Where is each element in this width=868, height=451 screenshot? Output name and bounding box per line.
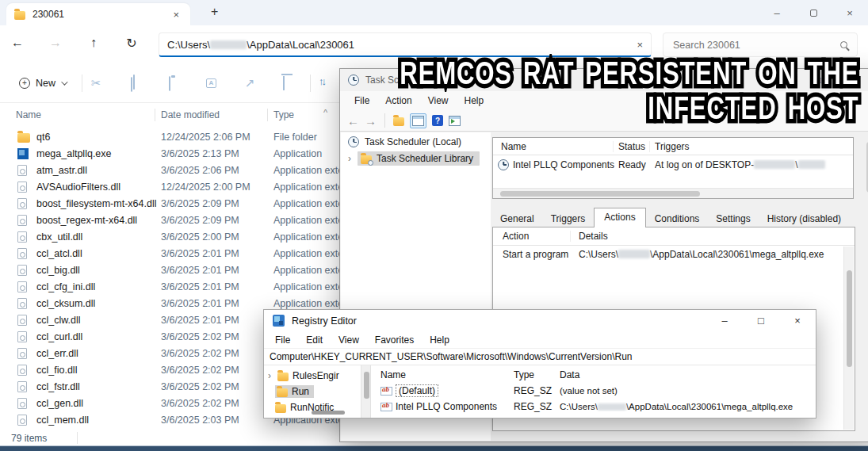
file-type-icon [17, 182, 27, 193]
forward-icon[interactable]: → [365, 114, 377, 128]
column-header-name[interactable]: Name [501, 141, 618, 152]
column-header-type[interactable]: Type [514, 369, 560, 380]
vertical-scrollbar[interactable] [843, 247, 854, 430]
value-row-intel-pllq[interactable]: Intel PLLQ Components REG_SZ C:\Users\\A… [371, 399, 816, 415]
address-bar[interactable]: C:\Users\\AppData\Local\230061 × [159, 32, 652, 57]
search-icon [840, 41, 847, 48]
tree-item-run[interactable]: Run [264, 384, 361, 399]
paste-button[interactable] [169, 78, 170, 90]
tab[interactable]: General [492, 212, 542, 227]
scrollbar-thumb[interactable] [312, 411, 345, 415]
registry-title-bar[interactable]: Registry Editor – □ × [264, 310, 816, 331]
up-button[interactable]: ↑ [82, 36, 105, 50]
scrollbar-thumb[interactable] [500, 191, 700, 197]
back-icon[interactable]: ← [347, 114, 359, 128]
menu-item[interactable]: Edit [298, 333, 331, 347]
menu-item[interactable]: Action [377, 93, 419, 109]
key-name: Run [292, 386, 309, 397]
file-name: ccl_fstr.dll [36, 381, 161, 392]
console-tree-toggle[interactable] [410, 113, 426, 128]
file-icon [17, 365, 36, 376]
delete-button[interactable] [283, 77, 285, 89]
expand-chevron-icon[interactable]: › [348, 153, 354, 164]
search-box[interactable] [663, 32, 858, 57]
menu-item[interactable]: View [420, 93, 457, 109]
file-date-modified: 3/6/2025 2:02 PM [161, 398, 273, 409]
scrollbar-thumb[interactable] [847, 270, 852, 367]
new-button[interactable]: + New [11, 72, 74, 94]
column-header-name[interactable]: Name [16, 109, 41, 120]
minimize-button[interactable]: – [759, 1, 795, 25]
import-task-icon[interactable] [393, 117, 404, 126]
column-header-name[interactable]: Name [380, 369, 514, 380]
column-header-action[interactable]: Action [503, 231, 571, 242]
minimize-button[interactable]: – [790, 75, 795, 86]
value-row-default[interactable]: (Default) REG_SZ (value not set) [371, 383, 816, 399]
menu-item[interactable]: File [346, 93, 377, 109]
action-row[interactable]: Start a program C:\Users\\AppData\Local\… [493, 246, 855, 263]
tab[interactable]: History (disabled) [759, 212, 849, 227]
menu-item[interactable]: File [267, 333, 298, 347]
cut-button[interactable]: ✂ [91, 77, 101, 89]
close-button[interactable]: × [842, 75, 847, 86]
file-name: boost_filesystem-mt-x64.dll [36, 198, 161, 209]
menu-item[interactable]: Help [422, 333, 457, 347]
menu-item[interactable]: View [331, 333, 367, 347]
horizontal-scrollbar[interactable] [493, 188, 853, 198]
tab[interactable]: Actions [594, 208, 645, 227]
help-icon[interactable]: ? [432, 115, 443, 126]
column-header-data[interactable]: Data [560, 369, 816, 380]
task-scheduler-title-bar[interactable]: Task Scheduler – □ × [340, 69, 868, 91]
file-date-modified: 3/6/2025 2:02 PM [161, 381, 273, 392]
tab[interactable]: Settings [708, 212, 758, 227]
scrollbar-thumb[interactable] [364, 372, 369, 399]
close-button[interactable]: × [779, 311, 816, 331]
value-data: (value not set) [560, 386, 816, 396]
new-tab-button[interactable]: + [206, 5, 223, 19]
copy-button[interactable] [131, 78, 132, 90]
registry-address-bar[interactable]: Computer\HKEY_CURRENT_USER\Software\Micr… [264, 349, 816, 365]
sort-button[interactable]: ↑↓ [319, 76, 324, 86]
maximize-button[interactable]: □ [743, 311, 779, 331]
menu-item[interactable]: Help [457, 93, 492, 109]
close-button[interactable]: × [832, 1, 868, 25]
scrollbar-up-icon[interactable]: ^ [323, 108, 327, 117]
action-type: Start a program [503, 249, 571, 260]
vertical-scrollbar[interactable] [361, 365, 371, 418]
tree-item-local[interactable]: Task Scheduler (Local) [341, 132, 491, 150]
share-button[interactable]: ↗ [245, 77, 255, 89]
task-row[interactable]: Intel PLLQ Components Ready At log on of… [493, 155, 853, 174]
tab[interactable]: Triggers [543, 212, 594, 227]
refresh-button[interactable]: ↻ [120, 36, 143, 51]
tab[interactable]: Conditions [647, 212, 708, 227]
restore-button[interactable] [795, 1, 832, 25]
menu-item[interactable]: Favorites [367, 333, 422, 347]
forward-button[interactable]: → [44, 36, 67, 50]
value-type: REG_SZ [514, 401, 560, 412]
file-type-icon [17, 248, 27, 259]
tree-item-rulesengine[interactable]: › RulesEngir [264, 368, 361, 384]
column-header-status[interactable]: Status [613, 141, 649, 152]
horizontal-scrollbar[interactable] [266, 408, 353, 416]
expand-chevron-icon[interactable]: › [268, 370, 273, 381]
column-header-details[interactable]: Details [571, 231, 855, 242]
tree-selection: Task Scheduler Library [358, 151, 480, 166]
search-input[interactable] [673, 40, 840, 51]
explorer-active-tab[interactable]: 230061 × [6, 3, 190, 25]
column-header-date[interactable]: Date modified [161, 109, 220, 120]
registry-window-controls: – □ × [706, 311, 816, 331]
column-header-type[interactable]: Type [273, 109, 294, 120]
minimize-button[interactable]: – [706, 311, 743, 331]
plus-circle-icon: + [19, 78, 30, 89]
tree-item-library[interactable]: › Task Scheduler Library [341, 151, 491, 166]
maximize-button[interactable]: □ [816, 75, 821, 86]
rename-icon: A [206, 78, 216, 88]
tree-selection: Run [275, 385, 314, 398]
address-clear-icon[interactable]: × [637, 39, 643, 51]
task-detail-tabs: GeneralTriggersActionsConditionsSettings… [492, 208, 850, 227]
column-header-triggers[interactable]: Triggers [649, 141, 853, 152]
tab-close-icon[interactable]: × [170, 9, 182, 21]
action-pane-icon[interactable] [449, 116, 461, 126]
back-button[interactable]: ← [6, 36, 29, 50]
rename-button[interactable]: A [206, 78, 216, 88]
